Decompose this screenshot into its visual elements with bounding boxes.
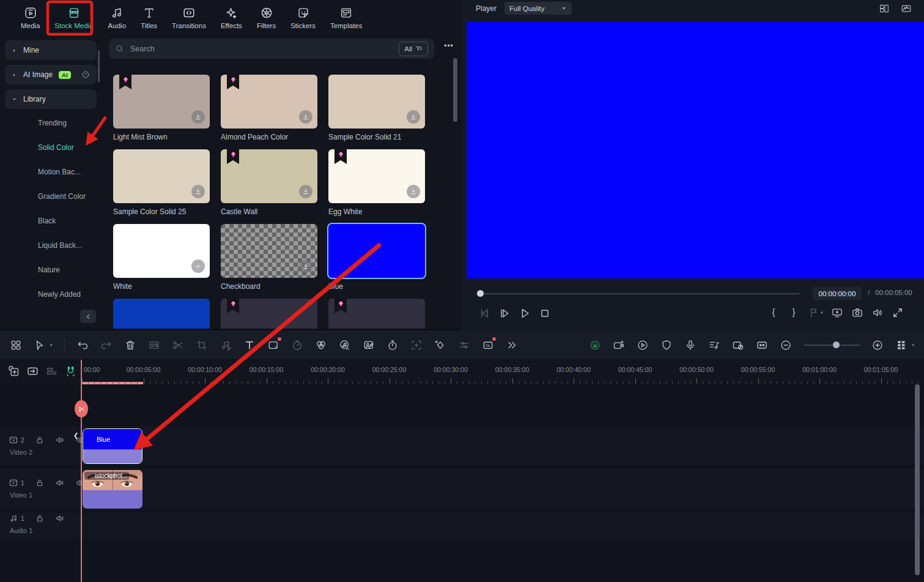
- timer-icon[interactable]: [386, 339, 399, 351]
- keyframe-icon[interactable]: [434, 339, 446, 351]
- shield-icon[interactable]: [660, 339, 673, 351]
- media-tile-egg-white[interactable]: Egg White: [328, 149, 425, 216]
- adjust-icon[interactable]: [458, 339, 470, 351]
- add-icon[interactable]: [191, 259, 205, 273]
- download-icon[interactable]: [191, 185, 205, 198]
- speaker-icon[interactable]: [55, 478, 65, 488]
- tab-media[interactable]: Media: [15, 6, 46, 29]
- more-tools-icon[interactable]: [506, 339, 518, 351]
- select-tool-icon[interactable]: [34, 339, 46, 351]
- more-options-button[interactable]: •••: [440, 42, 457, 50]
- media-tile[interactable]: [221, 299, 317, 329]
- stop-icon[interactable]: [538, 307, 552, 320]
- seek-thumb[interactable]: [477, 290, 484, 297]
- apps-grid-icon[interactable]: [10, 339, 22, 351]
- sidebar-group-library[interactable]: Library: [5, 89, 97, 109]
- download-icon[interactable]: [299, 110, 312, 124]
- mark-in-icon[interactable]: {: [767, 307, 780, 319]
- scopes-icon[interactable]: [901, 3, 912, 14]
- media-tile-light-mist-brown[interactable]: Light Mist Brown: [113, 75, 210, 141]
- video-track-icon[interactable]: [9, 435, 18, 445]
- tab-stock-media[interactable]: Stock Media: [48, 6, 99, 29]
- sidebar-item-black[interactable]: Black: [38, 217, 56, 225]
- import-to-track-icon[interactable]: [26, 365, 39, 378]
- sidebar-group-ai-image[interactable]: AI Image AI ?: [5, 65, 97, 84]
- quick-split-scissors-button[interactable]: [75, 400, 88, 417]
- media-tile-blue[interactable]: Blue: [328, 224, 425, 291]
- media-tile-almond-peach-color[interactable]: Almond Peach Color: [221, 75, 317, 141]
- filter-all-button[interactable]: All: [399, 42, 428, 56]
- time-ruler[interactable]: 00:0000:00:05:0000:00:10:0000:00:15:0000…: [81, 360, 924, 384]
- trim-handle-icon[interactable]: ❮: [73, 432, 78, 439]
- redo-icon[interactable]: [100, 339, 113, 351]
- audio-edit-icon[interactable]: [220, 339, 232, 351]
- text-icon[interactable]: [243, 339, 256, 351]
- fullscreen-icon[interactable]: [892, 307, 904, 319]
- zoom-out-icon[interactable]: [780, 339, 792, 351]
- ai-text-icon[interactable]: TA: [482, 339, 494, 351]
- lock-icon[interactable]: [35, 435, 45, 445]
- insert-media-icon[interactable]: [7, 365, 20, 378]
- tab-templates[interactable]: Templates: [324, 6, 368, 29]
- ai-portrait-icon[interactable]: [363, 339, 375, 351]
- tab-effects[interactable]: Effects: [215, 6, 248, 29]
- record-camera-icon[interactable]: [613, 339, 625, 351]
- seek-bar[interactable]: [484, 293, 799, 294]
- tab-stickers[interactable]: Stickers: [284, 6, 322, 29]
- flag-icon[interactable]: [808, 307, 820, 319]
- snapshot-icon[interactable]: [851, 307, 863, 319]
- media-tile-checkboard[interactable]: Checkboard: [221, 224, 317, 291]
- speed-icon[interactable]: [291, 339, 303, 351]
- speaker-icon[interactable]: [55, 513, 65, 523]
- media-tile-sample-color-solid-25[interactable]: Sample Color Solid 25: [113, 149, 210, 216]
- sidebar-item-motion-bac[interactable]: Motion Bac...: [38, 168, 81, 176]
- download-icon[interactable]: [299, 259, 312, 273]
- media-tile-sample-color-solid-21[interactable]: Sample Color Solid 21: [328, 75, 425, 141]
- color-icon[interactable]: [315, 339, 327, 351]
- download-icon[interactable]: [191, 110, 205, 124]
- timeline-clip-photo[interactable]: istockphot...: [83, 470, 142, 509]
- playhead[interactable]: [81, 360, 82, 582]
- layout-icon[interactable]: [879, 3, 890, 14]
- prev-frame-icon[interactable]: [478, 307, 491, 320]
- delete-icon[interactable]: [124, 339, 136, 351]
- sidebar-item-nature[interactable]: Nature: [38, 266, 60, 274]
- sidebar-item-newly-added[interactable]: Newly Added: [38, 290, 81, 299]
- music-list-icon[interactable]: [708, 339, 720, 351]
- download-icon[interactable]: [299, 185, 312, 198]
- play-from-start-icon[interactable]: [498, 307, 511, 320]
- zoom-in-icon[interactable]: [871, 339, 884, 351]
- video-track-icon[interactable]: [9, 478, 18, 488]
- crop-icon[interactable]: [196, 339, 208, 351]
- ripple-delete-icon[interactable]: [45, 365, 58, 378]
- media-tile[interactable]: [328, 299, 425, 329]
- snap-icon[interactable]: [64, 365, 77, 378]
- sidebar-item-trending[interactable]: Trending: [38, 119, 67, 127]
- sidebar-item-gradient-color[interactable]: Gradient Color: [38, 192, 86, 201]
- audio-track-icon[interactable]: [9, 513, 18, 523]
- tab-titles[interactable]: Titles: [135, 6, 163, 29]
- media-tile-white[interactable]: White: [113, 224, 210, 291]
- timeline-clip-blue[interactable]: Blue: [83, 428, 142, 464]
- tab-transitions[interactable]: Transitions: [166, 6, 212, 29]
- sidebar-scrollbar[interactable]: [98, 50, 100, 82]
- quality-dropdown[interactable]: Full Quality: [505, 2, 572, 15]
- display-icon[interactable]: [831, 307, 843, 319]
- screen-record-icon[interactable]: [148, 339, 160, 351]
- track-manager-icon[interactable]: [895, 339, 907, 351]
- download-icon[interactable]: [407, 110, 420, 124]
- voiceover-mic-icon[interactable]: [684, 339, 697, 351]
- lock-icon[interactable]: [35, 513, 45, 523]
- timeline-zoom-slider[interactable]: [804, 345, 860, 346]
- split-icon[interactable]: [172, 339, 184, 351]
- mask-icon[interactable]: [267, 339, 279, 351]
- collapse-sidebar-button[interactable]: [80, 310, 96, 323]
- download-icon[interactable]: [407, 185, 420, 198]
- ai-audio-icon[interactable]: AI: [339, 339, 351, 351]
- tab-filters[interactable]: Filters: [251, 6, 282, 29]
- volume-icon[interactable]: [871, 307, 884, 319]
- help-icon[interactable]: ?: [81, 70, 90, 79]
- render-preview-icon[interactable]: [637, 339, 649, 351]
- sidebar-item-solid-color[interactable]: Solid Color: [38, 143, 74, 152]
- timeline-scrollbar[interactable]: [915, 384, 920, 575]
